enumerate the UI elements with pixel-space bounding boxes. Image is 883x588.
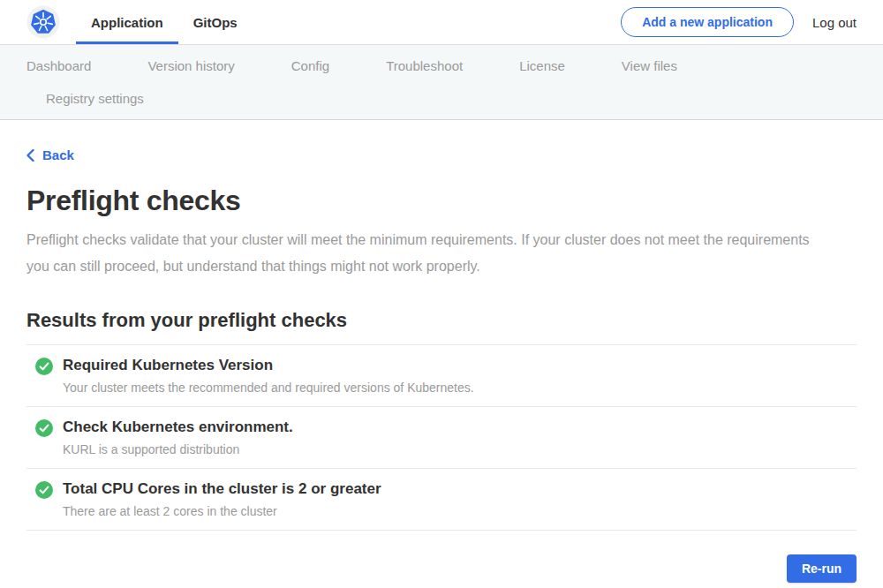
rerun-button[interactable]: Re-run	[787, 554, 857, 583]
check-description: Your cluster meets the recommended and r…	[63, 381, 474, 395]
preflight-results-list: Required Kubernetes Version Your cluster…	[26, 344, 857, 531]
check-title: Check Kubernetes environment.	[63, 418, 293, 436]
page-description: Preflight checks validate that your clus…	[26, 227, 832, 280]
topnav-tabs: Application GitOps	[76, 0, 253, 44]
subnav-row-2: Registry settings	[26, 82, 857, 115]
success-check-icon	[35, 419, 53, 437]
results-heading: Results from your preflight checks	[26, 309, 857, 332]
success-check-icon	[35, 358, 53, 375]
tab-application-label: Application	[91, 15, 163, 30]
preflight-page: Back Preflight checks Preflight checks v…	[0, 120, 883, 583]
subnav-row-1: Dashboard Version history Config Trouble…	[26, 49, 857, 82]
chevron-left-icon	[26, 149, 34, 162]
check-body: Required Kubernetes Version Your cluster…	[63, 357, 474, 395]
subnav-item-license[interactable]: License	[519, 58, 565, 73]
check-description: KURL is a supported distribution	[63, 442, 293, 456]
topnav-right: Add a new application Log out	[621, 7, 857, 37]
tab-gitops-label: GitOps	[193, 15, 238, 30]
preflight-check-row: Required Kubernetes Version Your cluster…	[26, 345, 857, 407]
check-description: There are at least 2 cores in the cluste…	[63, 504, 381, 518]
check-body: Check Kubernetes environment. KURL is a …	[63, 418, 293, 456]
preflight-check-row: Total CPU Cores in the cluster is 2 or g…	[26, 469, 857, 531]
tab-gitops[interactable]: GitOps	[178, 0, 253, 44]
subnav-item-dashboard[interactable]: Dashboard	[26, 58, 91, 73]
page-actions: Re-run	[26, 554, 857, 583]
app-subnav: Dashboard Version history Config Trouble…	[0, 45, 883, 120]
check-title: Required Kubernetes Version	[63, 357, 474, 374]
success-check-icon	[35, 481, 53, 499]
kubernetes-logo[interactable]	[26, 5, 60, 39]
subnav-item-registry-settings[interactable]: Registry settings	[46, 91, 144, 106]
active-tab-underline	[76, 41, 178, 44]
subnav-item-view-files[interactable]: View files	[622, 58, 677, 73]
top-navbar: Application GitOps Add a new application…	[0, 0, 883, 45]
back-link[interactable]: Back	[26, 147, 74, 162]
subnav-item-version-history[interactable]: Version history	[147, 58, 234, 73]
back-link-label: Back	[42, 147, 74, 162]
logout-link[interactable]: Log out	[812, 15, 857, 30]
page-title: Preflight checks	[26, 184, 857, 217]
kubernetes-logo-icon	[26, 5, 60, 39]
check-title: Total CPU Cores in the cluster is 2 or g…	[63, 480, 381, 498]
preflight-check-row: Check Kubernetes environment. KURL is a …	[26, 407, 857, 469]
tab-application[interactable]: Application	[76, 0, 178, 44]
subnav-item-troubleshoot[interactable]: Troubleshoot	[386, 58, 463, 73]
add-new-application-button[interactable]: Add a new application	[621, 7, 794, 37]
subnav-item-config[interactable]: Config	[291, 58, 329, 73]
check-body: Total CPU Cores in the cluster is 2 or g…	[63, 480, 381, 518]
